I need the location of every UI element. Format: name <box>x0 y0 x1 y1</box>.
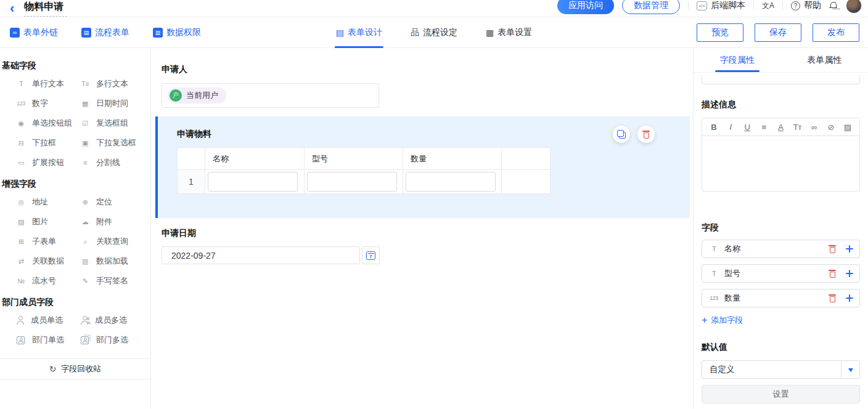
sidebar-item-radio-group[interactable]: ◉ 单选按钮组 <box>15 113 79 133</box>
sidebar-item-subform[interactable]: ⊞ 子表单 <box>15 232 79 251</box>
divider <box>753 1 754 10</box>
sidebar-item-signature[interactable]: ✎ 手写签名 <box>79 271 143 291</box>
divider <box>688 1 689 10</box>
sidebar-item-datetime[interactable]: ▦ 日期时间 <box>79 94 143 113</box>
applicant-input[interactable]: 户 当前用户 <box>162 83 379 108</box>
field-recycle-bin-button[interactable]: ↻ 字段回收站 <box>0 358 150 379</box>
sidebar-item-department-multi[interactable]: 部门多选 <box>79 330 143 350</box>
item-label: 数据加载 <box>96 256 128 267</box>
sidebar-item-image[interactable]: ▨ 图片 <box>15 212 79 232</box>
field-row-quantity[interactable]: 123 数量 <box>702 289 860 307</box>
delete-field-button[interactable] <box>637 126 655 143</box>
sidebar-item-location[interactable]: ⊕ 定位 <box>79 192 143 212</box>
duplicate-field-button[interactable] <box>613 126 630 143</box>
data-management-button[interactable]: 数据管理 <box>622 0 680 14</box>
materials-subform-field-selected[interactable]: 申请物料 名称 型号 数量 1 <box>155 116 690 218</box>
save-button[interactable]: 保存 <box>755 23 801 42</box>
back-icon[interactable]: ‹ <box>10 2 14 15</box>
sidebar-item-dropdown[interactable]: ⊟ 下拉框 <box>15 133 79 153</box>
font-size-icon[interactable]: Tт <box>793 123 803 132</box>
italic-icon[interactable]: I <box>726 122 735 132</box>
flow-form-button[interactable]: ▤ 流程表单 <box>81 27 129 38</box>
sidebar-item-single-line-text[interactable]: T 单行文本 <box>15 74 79 94</box>
item-label: 扩展按钮 <box>32 157 64 168</box>
font-color-icon[interactable]: A <box>776 123 786 132</box>
sidebar-item-attachment[interactable]: ☁ 附件 <box>79 212 143 232</box>
date-field-label: 申请日期 <box>162 228 693 239</box>
selected-field-actions <box>613 126 655 143</box>
model-cell-input[interactable] <box>307 172 397 192</box>
department-single-icon <box>17 336 25 344</box>
current-user-chip[interactable]: 户 当前用户 <box>168 87 226 103</box>
unlink-icon[interactable]: ⊘ <box>826 123 836 132</box>
sidebar-item-address[interactable]: ◎ 地址 <box>15 192 79 212</box>
sidebar-item-number[interactable]: 123 数字 <box>15 94 79 113</box>
sidebar-item-serial-number[interactable]: № 流水号 <box>15 271 79 291</box>
item-label: 图片 <box>32 216 48 227</box>
app-access-button[interactable]: 应用访问 <box>557 0 614 14</box>
column-header-name[interactable]: 名称 <box>205 148 305 170</box>
move-field-icon[interactable] <box>846 270 853 277</box>
tab-form-properties[interactable]: 表单属性 <box>781 48 868 72</box>
delete-field-icon[interactable] <box>829 269 836 278</box>
sidebar-item-multi-line-text[interactable]: T≡ 多行文本 <box>79 74 143 94</box>
date-input[interactable] <box>162 246 360 264</box>
select-caret-area <box>841 361 859 378</box>
move-field-icon[interactable] <box>846 294 853 302</box>
user-avatar[interactable] <box>846 0 862 14</box>
multi-dropdown-icon: ▣ <box>79 139 91 147</box>
form-external-link-button[interactable]: ∞ 表单外链 <box>10 27 58 38</box>
underline-icon[interactable]: U <box>742 123 752 132</box>
notification-bell-icon[interactable] <box>829 1 838 10</box>
field-row-name[interactable]: T 名称 <box>702 240 860 258</box>
description-editor-area[interactable] <box>702 136 860 192</box>
data-permission-button[interactable]: ▥ 数据权限 <box>153 27 201 38</box>
delete-field-icon[interactable] <box>829 245 836 253</box>
code-icon: </> <box>697 1 707 10</box>
applicant-field[interactable]: 申请人 户 当前用户 <box>162 64 693 108</box>
sidebar-item-member-multi[interactable]: 成员多选 <box>79 310 143 330</box>
sidebar-item-multi-dropdown[interactable]: ▣ 下拉复选框 <box>79 133 143 153</box>
preview-button[interactable]: 预览 <box>697 23 743 42</box>
column-header-quantity[interactable]: 数量 <box>403 148 502 170</box>
item-label: 流水号 <box>32 275 56 286</box>
sidebar-item-member-single[interactable]: 成员单选 <box>15 310 79 330</box>
language-icon[interactable]: 文A <box>762 1 774 11</box>
sidebar-item-department-single[interactable]: 部门单选 <box>15 330 79 350</box>
quantity-cell <box>403 170 502 194</box>
link-icon[interactable]: ∞ <box>809 123 819 132</box>
sidebar-item-checkbox-group[interactable]: ☑ 复选框组 <box>79 113 143 133</box>
tab-form-setting[interactable]: ▦ 表单设置 <box>486 17 532 48</box>
align-icon[interactable]: ≡ <box>759 123 769 132</box>
move-field-icon[interactable] <box>846 245 853 253</box>
sidebar-item-extend-button[interactable]: ▭ 扩展按钮 <box>15 153 79 172</box>
quantity-cell-input[interactable] <box>406 172 496 192</box>
sidebar-item-related-data[interactable]: ⇄ 关联数据 <box>15 251 79 271</box>
member-fields-grid: 成员单选 成员多选 部门单选 部门多选 <box>0 310 150 350</box>
tab-form-design[interactable]: ▤ 表单设计 <box>336 17 382 48</box>
sidebar-item-lookup-query[interactable]: ⌕ 关联查询 <box>79 232 143 251</box>
tab-field-properties[interactable]: 字段属性 <box>694 48 781 72</box>
page-title[interactable]: 物料申请 <box>24 1 67 17</box>
calendar-button[interactable] <box>362 246 380 264</box>
column-header-model[interactable]: 型号 <box>305 148 403 170</box>
default-value-select[interactable]: 自定义 <box>702 360 860 379</box>
backend-script-button[interactable]: </> 后端脚本 <box>697 0 745 11</box>
field-row-model[interactable]: T 型号 <box>702 264 860 283</box>
delete-field-icon[interactable] <box>829 294 836 302</box>
settings-button[interactable]: 设置 <box>702 385 860 403</box>
field-title-input-partial[interactable] <box>702 76 860 84</box>
add-field-label: 添加字段 <box>711 315 743 326</box>
publish-button[interactable]: 发布 <box>813 23 859 42</box>
sidebar-item-divider-line[interactable]: ≡ 分割线 <box>79 153 143 172</box>
index-column-header <box>178 148 205 170</box>
insert-image-icon[interactable]: ▨ <box>843 123 853 132</box>
date-field[interactable]: 申请日期 <box>162 228 693 264</box>
add-field-button[interactable]: + 添加字段 <box>702 315 860 326</box>
bold-icon[interactable]: B <box>709 123 719 132</box>
tab-flow-setting[interactable]: 品 流程设定 <box>411 17 457 48</box>
signature-icon: ✎ <box>79 277 91 285</box>
sidebar-item-data-load[interactable]: ▥ 数据加载 <box>79 251 143 271</box>
name-cell-input[interactable] <box>208 172 298 192</box>
help-button[interactable]: 帮助 <box>791 0 821 11</box>
